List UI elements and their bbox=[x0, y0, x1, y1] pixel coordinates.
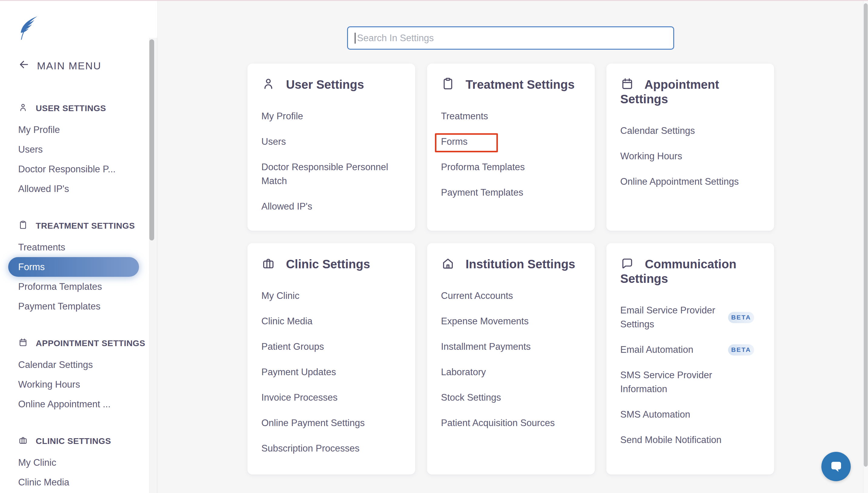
app-logo[interactable] bbox=[18, 15, 39, 41]
card-title: User Settings bbox=[261, 77, 401, 92]
sidebar-section-label: CLINIC SETTINGS bbox=[36, 436, 111, 446]
top-accent-line bbox=[0, 0, 868, 1]
chat-bubble-filled-icon bbox=[829, 459, 844, 474]
settings-search bbox=[347, 26, 674, 50]
sidebar-item-clinic-media[interactable]: Clinic Media bbox=[18, 472, 157, 492]
link-my-profile[interactable]: My Profile bbox=[261, 109, 389, 123]
back-label: MAIN MENU bbox=[37, 60, 102, 72]
link-clinic-media[interactable]: Clinic Media bbox=[261, 314, 401, 328]
back-to-main-menu[interactable]: MAIN MENU bbox=[18, 59, 157, 72]
link-sms-service-provider-information[interactable]: SMS Service Provider Information bbox=[620, 368, 760, 396]
card-title: Appointment Settings bbox=[620, 77, 760, 106]
link-online-appointment-settings[interactable]: Online Appointment Settings bbox=[620, 175, 760, 189]
link-send-mobile-notification[interactable]: Send Mobile Notification bbox=[620, 433, 760, 447]
card-title: Clinic Settings bbox=[261, 257, 401, 271]
link-proforma-templates[interactable]: Proforma Templates bbox=[441, 160, 581, 174]
card-title: Communication Settings bbox=[620, 257, 760, 286]
calendar-icon bbox=[620, 78, 645, 91]
forms-highlight-annotation bbox=[435, 133, 498, 152]
search-input[interactable] bbox=[355, 29, 673, 47]
page-scrollbar-track[interactable] bbox=[863, 1, 868, 493]
user-icon bbox=[18, 103, 28, 114]
sidebar-item-my-clinic[interactable]: My Clinic bbox=[18, 453, 157, 472]
card-clinic-settings: Clinic Settings My Clinic Clinic Media P… bbox=[247, 243, 415, 474]
link-payment-templates[interactable]: Payment Templates bbox=[441, 186, 581, 199]
card-title: Institution Settings bbox=[441, 257, 581, 271]
link-doctor-responsible-personnel-match[interactable]: Doctor Responsible Personnel Match bbox=[261, 160, 389, 188]
calendar-icon bbox=[18, 338, 28, 349]
sidebar-item-proforma-templates[interactable]: Proforma Templates bbox=[18, 277, 157, 297]
item-label: Email Automation bbox=[620, 343, 693, 357]
link-treatments[interactable]: Treatments bbox=[441, 109, 581, 123]
clipboard-icon bbox=[441, 78, 465, 91]
item-label: Email Service Provider Settings bbox=[620, 303, 724, 331]
sidebar-section-label: APPOINTMENT SETTINGS bbox=[36, 339, 145, 348]
link-working-hours[interactable]: Working Hours bbox=[620, 149, 760, 163]
sidebar-item-treatments[interactable]: Treatments bbox=[18, 237, 157, 257]
sidebar-item-users[interactable]: Users bbox=[18, 140, 157, 159]
sidebar-item-working-hours[interactable]: Working Hours bbox=[18, 374, 157, 394]
sidebar-section-label: TREATMENT SETTINGS bbox=[36, 221, 135, 231]
sidebar-section-label: USER SETTINGS bbox=[36, 104, 106, 113]
briefcase-icon bbox=[261, 257, 286, 271]
page-scrollbar-thumb[interactable] bbox=[864, 3, 868, 467]
sidebar-section-appointment-settings: APPOINTMENT SETTINGS bbox=[18, 337, 157, 349]
link-users[interactable]: Users bbox=[261, 135, 389, 149]
beta-badge: BETA bbox=[728, 344, 754, 356]
card-title: Treatment Settings bbox=[441, 77, 581, 92]
feather-logo-icon bbox=[18, 37, 39, 42]
card-institution-settings: Institution Settings Current Accounts Ex… bbox=[427, 243, 595, 474]
link-laboratory[interactable]: Laboratory bbox=[441, 365, 581, 379]
sidebar-item-my-profile[interactable]: My Profile bbox=[18, 120, 157, 140]
link-payment-updates[interactable]: Payment Updates bbox=[261, 365, 401, 379]
beta-badge: BETA bbox=[728, 312, 754, 323]
sidebar: MAIN MENU USER SETTINGS My Profile Users… bbox=[0, 0, 157, 493]
link-my-clinic[interactable]: My Clinic bbox=[261, 289, 401, 303]
clipboard-icon bbox=[18, 220, 28, 232]
link-patient-groups[interactable]: Patient Groups bbox=[261, 340, 401, 354]
arrow-left-icon bbox=[18, 59, 30, 73]
sidebar-item-calendar-settings[interactable]: Calendar Settings bbox=[18, 355, 157, 374]
card-user-settings: User Settings My Profile Users Doctor Re… bbox=[247, 64, 415, 231]
sidebar-scrollbar-thumb[interactable] bbox=[149, 39, 154, 240]
link-subscription-processes[interactable]: Subscription Processes bbox=[261, 442, 401, 455]
sidebar-item-online-appointment[interactable]: Online Appointment ... bbox=[18, 394, 157, 414]
user-icon bbox=[261, 78, 286, 91]
link-calendar-settings[interactable]: Calendar Settings bbox=[620, 124, 760, 138]
link-expense-movements[interactable]: Expense Movements bbox=[441, 314, 581, 328]
briefcase-icon bbox=[18, 435, 28, 447]
sidebar-section-user-settings: USER SETTINGS bbox=[18, 102, 157, 114]
link-stock-settings[interactable]: Stock Settings bbox=[441, 391, 581, 405]
link-installment-payments[interactable]: Installment Payments bbox=[441, 340, 581, 354]
link-invoice-processes[interactable]: Invoice Processes bbox=[261, 391, 401, 405]
card-appointment-settings: Appointment Settings Calendar Settings W… bbox=[606, 64, 774, 231]
sidebar-section-clinic-settings: CLINIC SETTINGS bbox=[18, 435, 157, 447]
sidebar-scrollbar-track[interactable] bbox=[149, 38, 157, 493]
link-patient-acquisition-sources[interactable]: Patient Acquisition Sources bbox=[441, 416, 581, 430]
link-online-payment-settings[interactable]: Online Payment Settings bbox=[261, 416, 401, 430]
link-email-automation[interactable]: Email Automation BETA bbox=[620, 343, 760, 357]
link-allowed-ips[interactable]: Allowed IP's bbox=[261, 199, 389, 214]
sidebar-section-treatment-settings: TREATMENT SETTINGS bbox=[18, 220, 157, 232]
chat-support-button[interactable] bbox=[821, 452, 851, 481]
link-email-service-provider-settings[interactable]: Email Service Provider Settings BETA bbox=[620, 303, 760, 331]
link-current-accounts[interactable]: Current Accounts bbox=[441, 289, 581, 303]
chat-bubble-icon bbox=[620, 257, 645, 271]
sidebar-item-forms-active[interactable]: Forms bbox=[8, 257, 139, 277]
sidebar-item-allowed-ips[interactable]: Allowed IP's bbox=[18, 179, 157, 199]
card-communication-settings: Communication Settings Email Service Pro… bbox=[606, 243, 774, 474]
home-icon bbox=[441, 257, 465, 271]
link-sms-automation[interactable]: SMS Automation bbox=[620, 408, 760, 422]
sidebar-item-doctor-responsible[interactable]: Doctor Responsible P... bbox=[18, 159, 157, 179]
sidebar-item-payment-templates[interactable]: Payment Templates bbox=[18, 297, 157, 316]
